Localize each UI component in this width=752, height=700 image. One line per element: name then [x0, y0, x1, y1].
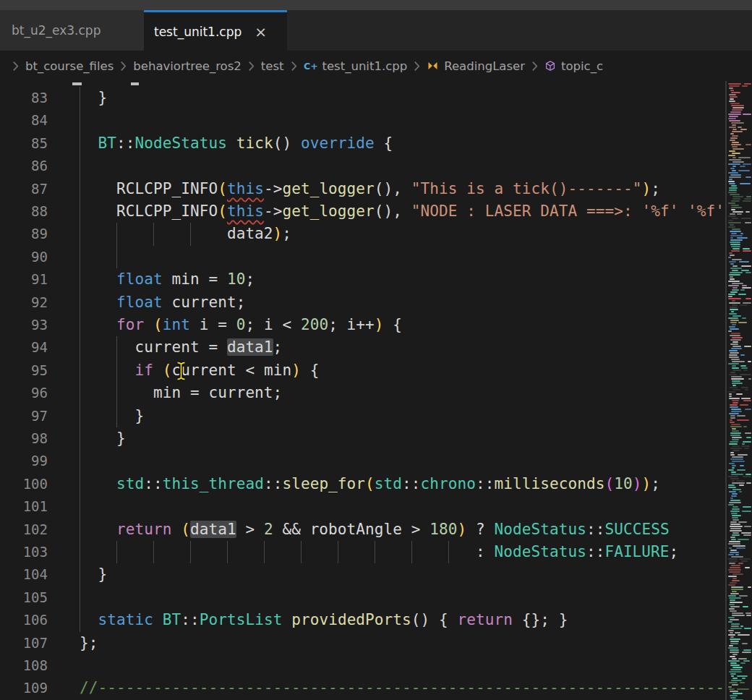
breadcrumb-item-test[interactable]: test	[261, 59, 284, 73]
minimap-line	[740, 183, 751, 184]
minimap-line	[732, 480, 735, 482]
minimap-line	[743, 426, 747, 427]
minimap-line	[740, 354, 745, 356]
code-line[interactable]: 106 static BT::PortsList providedPorts()…	[0, 609, 726, 631]
minimap-line	[730, 662, 737, 664]
code-line[interactable]: 96 min = current;	[0, 382, 726, 404]
minimap-line	[731, 105, 744, 106]
code-line[interactable]: 88 RCLCPP_INFO(this->get_logger(), "NODE…	[0, 200, 726, 223]
breadcrumb-item-bt_course_files[interactable]: bt_course_files	[25, 59, 114, 73]
indent-guide	[80, 495, 80, 518]
minimap-line	[728, 215, 736, 217]
tab-bt_u2_ex3-cpp[interactable]: bt_u2_ex3.cpp	[0, 10, 144, 51]
minimap-line	[728, 558, 738, 560]
minimap-line	[730, 276, 733, 278]
minimap-line	[742, 678, 745, 679]
minimap-line	[742, 285, 747, 286]
minimap-line	[743, 302, 751, 304]
minimap-line	[732, 534, 740, 536]
minimap-line	[730, 619, 739, 620]
breadcrumb-item-behaviortree_ros2[interactable]: behaviortree_ros2	[133, 59, 241, 73]
minimap-line	[730, 695, 738, 696]
minimap-line	[744, 346, 751, 347]
minimap-line	[729, 189, 737, 191]
minimap-line	[732, 153, 740, 154]
minimap-line	[728, 504, 734, 505]
minimap-line	[729, 374, 737, 375]
code-editor[interactable]: 83 }8485 BT::NodeStatus tick() override …	[0, 81, 726, 700]
line-number: 100	[0, 473, 48, 495]
code-line[interactable]: 107};	[0, 632, 726, 654]
code-line[interactable]: 85 BT::NodeStatus tick() override {	[0, 132, 726, 155]
code-line[interactable]: 97 }	[0, 405, 726, 427]
code-line[interactable]: 95 if (current < min) {	[0, 359, 726, 382]
code-line[interactable]: 89 data2);	[0, 223, 726, 245]
code-line[interactable]: 104 }	[0, 563, 726, 586]
tab-test_unit1-cpp[interactable]: test_unit1.cpp×	[144, 10, 287, 51]
minimap-line	[730, 335, 740, 336]
close-icon[interactable]: ×	[255, 25, 267, 39]
minimap-line	[730, 669, 741, 670]
code-line[interactable]: 84	[0, 109, 726, 132]
line-number: 87	[0, 178, 48, 200]
minimap-line	[732, 287, 738, 289]
line-number: 108	[0, 654, 48, 677]
code-line[interactable]: 98 }	[0, 427, 726, 450]
minimap-line	[730, 239, 743, 241]
minimap-line	[728, 83, 741, 85]
minimap-line	[732, 109, 743, 111]
minimap-line	[729, 94, 736, 95]
code-line[interactable]: 102 return (data1 > 2 && robotAngle > 18…	[0, 518, 726, 541]
code-line[interactable]: 103 : NodeStatus::FAILURE;	[0, 541, 726, 563]
minimap-line	[740, 374, 751, 375]
code-line[interactable]: 108	[0, 654, 726, 677]
breadcrumb-item-readinglaser[interactable]: ReadingLaser	[427, 59, 525, 73]
minimap-line	[730, 511, 740, 512]
code-line[interactable]: 105	[0, 586, 726, 609]
minimap-line	[745, 409, 751, 410]
code-line[interactable]: 86	[0, 155, 726, 177]
minimap-line	[728, 554, 734, 555]
minimap-line	[730, 90, 734, 91]
minimap-line	[740, 304, 748, 306]
minimap-line	[730, 268, 742, 269]
minimap-line	[742, 511, 751, 512]
minimap-line	[748, 586, 751, 588]
code-line[interactable]: 93 for (int i = 0; i < 200; i++) {	[0, 314, 726, 336]
minimap-line	[743, 441, 751, 443]
minimap-line	[742, 85, 748, 87]
minimap[interactable]	[727, 81, 752, 700]
code-line[interactable]: 90	[0, 246, 726, 268]
indent-guide	[80, 450, 80, 472]
minimap-line	[732, 259, 742, 260]
minimap-line	[730, 521, 737, 523]
code-line[interactable]: 109//-----------------------------------…	[0, 677, 726, 699]
code-line[interactable]: 87 RCLCPP_INFO(this->get_logger(), "This…	[0, 178, 726, 200]
code-line[interactable]: 83 }	[0, 87, 726, 109]
minimap-line	[732, 437, 742, 438]
minimap-line	[732, 218, 738, 219]
minimap-line	[730, 422, 735, 423]
minimap-line	[730, 213, 735, 215]
code-line[interactable]: 92 float current;	[0, 291, 726, 314]
minimap-line	[732, 667, 743, 668]
minimap-line	[732, 389, 740, 390]
code-line[interactable]: 91 float min = 10;	[0, 268, 726, 291]
minimap-line	[730, 452, 734, 453]
minimap-line	[732, 142, 739, 143]
code-line[interactable]: 94 current = data1;	[0, 336, 726, 359]
breadcrumb-item-test_unit1.cpp[interactable]: C+test_unit1.cpp	[304, 59, 408, 73]
minimap-line	[748, 378, 751, 380]
code-line[interactable]: 100 std::this_thread::sleep_for(std::chr…	[0, 473, 726, 495]
minimap-line	[732, 383, 743, 384]
minimap-line	[728, 617, 735, 618]
minimap-line	[741, 367, 748, 369]
code-line[interactable]: 101	[0, 495, 726, 518]
code-line[interactable]: 99	[0, 450, 726, 472]
minimap-line	[740, 662, 745, 664]
breadcrumb-item-topic_c[interactable]: topic_c	[544, 59, 603, 73]
minimap-line	[729, 179, 732, 180]
minimap-line	[729, 357, 739, 358]
minimap-line	[730, 272, 743, 273]
chevron-right-icon	[414, 61, 420, 72]
